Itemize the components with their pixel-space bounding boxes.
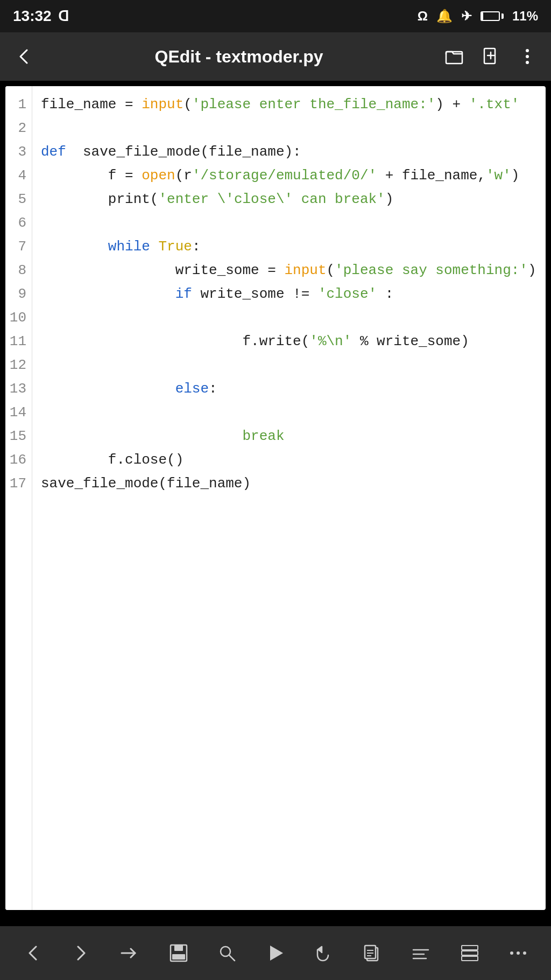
page-title: QEdit - textmoder.py xyxy=(47,47,430,67)
toolbar-undo-button[interactable] xyxy=(308,937,340,969)
svg-rect-13 xyxy=(365,946,376,958)
code-line: def save_file_mode(file_name): xyxy=(41,140,537,164)
svg-marker-11 xyxy=(270,946,283,961)
svg-point-2 xyxy=(526,49,529,52)
bell-icon: 🔔 xyxy=(436,9,453,24)
code-line: save_file_mode(file_name) xyxy=(41,472,537,495)
battery-icon xyxy=(481,11,504,21)
code-line: if write_some != 'close' : xyxy=(41,282,537,306)
toolbar-list-button[interactable] xyxy=(454,937,486,969)
code-editor[interactable]: file_name = input('please enter the_file… xyxy=(32,86,546,910)
toolbar-save-button[interactable] xyxy=(163,937,195,969)
top-bar: QEdit - textmoder.py xyxy=(0,32,551,81)
line-numbers: 1234567891011121314151617 xyxy=(5,86,32,910)
new-file-button[interactable] xyxy=(478,44,504,69)
toolbar-indent-button[interactable] xyxy=(114,937,146,969)
code-line: while True: xyxy=(41,235,537,258)
code-line: f = open(r'/storage/emulated/0/' + file_… xyxy=(41,164,537,187)
battery-level: 11% xyxy=(512,9,538,24)
status-left: 13:32 ᗡ xyxy=(13,8,69,25)
code-line: f.close() xyxy=(41,448,537,472)
bottom-toolbar xyxy=(0,926,551,980)
status-bar: 13:32 ᗡ Ω 🔔 ✈ 11% xyxy=(0,0,551,32)
svg-rect-22 xyxy=(462,956,478,961)
svg-rect-20 xyxy=(462,946,478,950)
code-line: break xyxy=(41,424,537,448)
time: 13:32 xyxy=(13,8,52,25)
svg-rect-7 xyxy=(174,945,183,951)
svg-point-4 xyxy=(526,61,529,64)
code-line: f.write('%\n' % write_some) xyxy=(41,330,537,353)
svg-line-10 xyxy=(229,955,235,961)
code-line: file_name = input('please enter the_file… xyxy=(41,93,537,116)
code-line xyxy=(41,306,537,330)
svg-rect-21 xyxy=(462,951,478,955)
code-line xyxy=(41,211,537,235)
toolbar-back-button[interactable] xyxy=(17,937,49,969)
svg-point-25 xyxy=(523,951,526,955)
open-folder-button[interactable] xyxy=(441,44,467,69)
code-line xyxy=(41,353,537,377)
toolbar-run-button[interactable] xyxy=(259,937,292,969)
toolbar-more-button[interactable] xyxy=(502,937,534,969)
toolbar-line-button[interactable] xyxy=(405,937,437,969)
toolbar-forward-button[interactable] xyxy=(65,937,97,969)
toolbar-search-button[interactable] xyxy=(211,937,243,969)
status-right: Ω 🔔 ✈ 11% xyxy=(418,9,538,24)
code-line: write_some = input('please say something… xyxy=(41,258,537,282)
svg-point-3 xyxy=(526,55,529,58)
lastfm-icon: ᗡ xyxy=(58,8,69,25)
toolbar-paste-button[interactable] xyxy=(356,937,388,969)
headphone-icon: Ω xyxy=(418,9,428,24)
code-line: print('enter \'close\' can break') xyxy=(41,187,537,211)
code-line xyxy=(41,401,537,424)
svg-rect-8 xyxy=(172,954,185,960)
editor-area[interactable]: 1234567891011121314151617 file_name = in… xyxy=(5,86,546,910)
code-line: else: xyxy=(41,377,537,401)
airplane-icon: ✈ xyxy=(461,9,472,24)
back-button[interactable] xyxy=(11,44,37,69)
svg-point-23 xyxy=(510,951,513,955)
more-options-button[interactable] xyxy=(514,44,540,69)
code-line xyxy=(41,116,537,140)
svg-point-24 xyxy=(517,951,520,955)
